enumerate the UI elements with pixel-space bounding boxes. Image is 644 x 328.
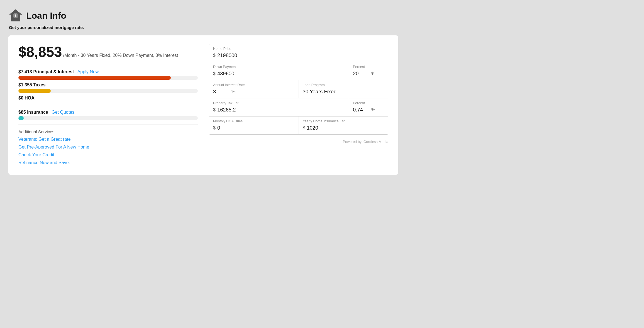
principal-interest-item: $7,413 Principal & Interest Apply Now [18, 69, 198, 80]
property-tax-box: Property Tax Est. $ [209, 98, 349, 116]
insurance-bar-track [18, 116, 198, 120]
hoa-label: $0 HOA [18, 96, 198, 101]
principal-bar-fill [18, 76, 171, 80]
hoa-value-row: $ [213, 125, 295, 131]
insurance-box: Yearly Home Insurance Est. $ [299, 116, 388, 134]
left-panel: $8,853/Month - 30 Years Fixed, 20% Down … [18, 44, 198, 168]
fields-grid: Home Price $ Down Payment $ [209, 44, 388, 135]
monthly-payment-amount: $8,853 [18, 44, 62, 60]
home-dollar-icon: $ [8, 8, 23, 23]
home-price-label: Home Price [213, 47, 384, 51]
property-tax-input[interactable] [217, 107, 345, 113]
page-header: $ Loan Info [8, 8, 636, 23]
monthly-payment-row: $8,853/Month - 30 Years Fixed, 20% Down … [18, 44, 198, 60]
property-tax-pct-box: Percent % [349, 98, 388, 116]
down-payment-pct-suffix: % [371, 71, 375, 76]
veterans-link[interactable]: Veterans: Get a Great rate [18, 137, 198, 142]
insurance-currency: $ [303, 125, 305, 130]
additional-services: Additional Services Veterans: Get a Grea… [18, 129, 198, 165]
down-payment-label: Down Payment [213, 65, 345, 69]
subtitle: Get your personalized mortgage rate. [9, 25, 636, 30]
taxes-item: $1,355 Taxes [18, 82, 198, 93]
down-payment-value-row: $ [213, 71, 345, 77]
property-tax-pct-input[interactable] [353, 107, 370, 113]
divider-1 [18, 65, 198, 65]
home-price-box: Home Price $ [209, 44, 388, 62]
pre-approved-link[interactable]: Get Pre-Approved For A New Home [18, 145, 198, 150]
hoa-box: Monthly HOA Dues $ [209, 116, 299, 134]
interest-rate-suffix: % [231, 89, 235, 94]
insurance-label: $85 Insurance Get Quotes [18, 110, 198, 115]
additional-services-title: Additional Services [18, 129, 198, 134]
hoa-input[interactable] [217, 125, 295, 131]
check-credit-link[interactable]: Check Your Credit [18, 152, 198, 157]
divider-2 [18, 105, 198, 105]
down-payment-input[interactable] [217, 71, 345, 77]
down-payment-pct-label: Percent [353, 65, 384, 69]
apply-now-link[interactable]: Apply Now [77, 69, 99, 74]
property-tax-pct-value-row: % [353, 107, 384, 113]
taxes-label: $1,355 Taxes [18, 82, 198, 88]
home-price-currency: $ [213, 53, 216, 58]
interest-loan-row: Annual Interest Rate % Loan Program 30 Y… [209, 80, 388, 98]
down-payment-box: Down Payment $ [209, 62, 349, 80]
down-payment-pct-value-row: % [353, 71, 384, 77]
down-payment-row: Down Payment $ Percent % [209, 62, 388, 80]
get-quotes-link[interactable]: Get Quotes [52, 110, 74, 115]
right-panel: Home Price $ Down Payment $ [209, 44, 388, 168]
loan-program-label: Loan Program [303, 83, 384, 87]
property-tax-pct-suffix: % [371, 107, 375, 112]
interest-rate-box: Annual Interest Rate % [209, 80, 299, 98]
down-payment-pct-input[interactable] [353, 71, 370, 77]
divider-3 [18, 125, 198, 125]
insurance-item: $85 Insurance Get Quotes [18, 110, 198, 120]
loan-info-card: $8,853/Month - 30 Years Fixed, 20% Down … [8, 35, 398, 175]
svg-text:$: $ [15, 14, 16, 17]
hoa-dues-label: Monthly HOA Dues [213, 119, 295, 123]
hoa-currency: $ [213, 125, 216, 130]
insurance-bar-fill [18, 116, 24, 120]
principal-bar-track [18, 76, 198, 80]
page-title: Loan Info [26, 11, 66, 21]
property-tax-row: Property Tax Est. $ Percent % [209, 98, 388, 116]
hoa-insurance-row: Monthly HOA Dues $ Yearly Home Insurance… [209, 116, 388, 134]
insurance-est-label: Yearly Home Insurance Est. [303, 119, 384, 123]
insurance-value-row: $ [303, 125, 384, 131]
taxes-bar-fill [18, 89, 51, 93]
loan-program-value: 30 Years Fixed [303, 89, 384, 95]
monthly-payment-desc: /Month - 30 Years Fixed, 20% Down Paymen… [63, 53, 178, 58]
hoa-item: $0 HOA [18, 96, 198, 101]
property-tax-pct-label: Percent [353, 101, 384, 105]
home-price-row: Home Price $ [209, 44, 388, 62]
insurance-input[interactable] [307, 125, 384, 131]
taxes-bar-track [18, 89, 198, 93]
interest-rate-value-row: % [213, 89, 295, 95]
property-tax-value-row: $ [213, 107, 345, 113]
powered-by: Powered by: Cordless Media [209, 140, 388, 144]
down-payment-pct-box: Percent % [349, 62, 388, 80]
refinance-link[interactable]: Refinance Now and Save. [18, 160, 198, 165]
home-price-value-row: $ [213, 52, 384, 59]
property-tax-currency: $ [213, 107, 216, 112]
interest-rate-label: Annual Interest Rate [213, 83, 295, 87]
loan-program-box: Loan Program 30 Years Fixed [299, 80, 388, 98]
home-price-input[interactable] [217, 52, 384, 59]
principal-interest-label: $7,413 Principal & Interest Apply Now [18, 69, 198, 74]
property-tax-label: Property Tax Est. [213, 101, 345, 105]
interest-rate-input[interactable] [213, 89, 230, 95]
down-payment-currency: $ [213, 71, 216, 76]
